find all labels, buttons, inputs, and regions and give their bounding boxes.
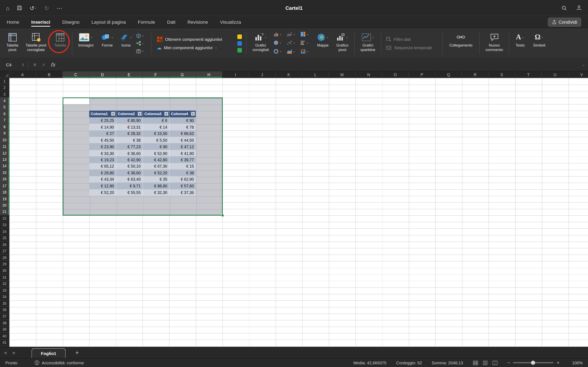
table-cell[interactable]: € 50,10 xyxy=(116,163,143,170)
table-cell[interactable]: € 23,90 xyxy=(89,143,116,150)
column-header-P[interactable]: P xyxy=(409,71,435,78)
column-header-N[interactable]: N xyxy=(355,71,382,78)
row-header-32[interactable]: 32 xyxy=(0,281,9,287)
row-header-5[interactable]: 5 xyxy=(0,104,9,111)
table-cell[interactable]: € 77,23 xyxy=(116,143,143,150)
table-cell[interactable]: € 38 xyxy=(169,170,196,176)
screenshot-button[interactable]: ⌄ xyxy=(136,47,148,55)
row-header-30[interactable]: 30 xyxy=(0,267,9,274)
accessibility-status[interactable]: Accessibilità: conforme xyxy=(35,360,84,365)
add-sheet-button[interactable]: + xyxy=(75,349,79,356)
table-cell[interactable]: € 45,50 xyxy=(89,137,116,143)
save-icon[interactable] xyxy=(17,5,22,11)
table-cell[interactable]: € 62,90 xyxy=(169,176,196,183)
page-layout-view-icon[interactable] xyxy=(483,360,488,365)
row-header-34[interactable]: 34 xyxy=(0,294,9,300)
normal-view-icon[interactable] xyxy=(473,360,478,365)
formula-bar-expand-icon[interactable]: ⌄ xyxy=(582,63,585,67)
table-cell[interactable]: € 27 xyxy=(89,130,116,137)
row-header-36[interactable]: 36 xyxy=(0,307,9,313)
table-cell[interactable]: € 42,90 xyxy=(116,156,143,163)
fill-handle[interactable] xyxy=(221,214,224,217)
filter-dropdown-button[interactable]: ▼ xyxy=(164,112,168,116)
table-cell[interactable]: € 78 xyxy=(169,124,196,130)
addin-shortcut-1-icon[interactable] xyxy=(237,34,242,39)
insert-function-button[interactable]: fx xyxy=(48,62,57,67)
more-commands-icon[interactable]: ⋯ xyxy=(57,5,62,11)
row-header-40[interactable]: 40 xyxy=(0,333,9,339)
link-button[interactable]: Collegamento xyxy=(445,30,477,57)
recommended-charts-button[interactable]: ?⌄ Grafici consigliati xyxy=(249,30,273,57)
table-cell[interactable]: € 52,90 xyxy=(143,150,169,156)
table-cell[interactable]: € 32,30 xyxy=(143,189,169,196)
row-header-23[interactable]: 23 xyxy=(0,222,9,228)
sheet-nav-left-icon[interactable]: ◀ xyxy=(4,350,13,355)
shapes-button[interactable]: ⌄ Forme xyxy=(98,30,117,57)
column-header-Q[interactable]: Q xyxy=(435,71,462,78)
cancel-button[interactable]: ✕ xyxy=(30,62,39,67)
row-header-21[interactable]: 21 xyxy=(0,209,9,215)
filter-dropdown-button[interactable]: ▼ xyxy=(191,112,195,116)
column-header-L[interactable]: L xyxy=(302,71,329,78)
row-header-25[interactable]: 25 xyxy=(0,235,9,242)
row-header-7[interactable]: 7 xyxy=(0,117,9,124)
column-header-I[interactable]: I xyxy=(222,71,249,78)
ribbon-tab-inserisci[interactable]: Inserisci xyxy=(31,16,50,28)
smartart-button[interactable]: ⌄ xyxy=(136,40,148,47)
account-icon[interactable] xyxy=(576,5,582,11)
zoom-out-button[interactable]: − xyxy=(507,360,510,366)
row-header-13[interactable]: 13 xyxy=(0,156,9,163)
table-cell[interactable]: € 36,60 xyxy=(116,150,143,156)
table-cell[interactable]: € 63,40 xyxy=(116,176,143,183)
zoom-slider-thumb[interactable] xyxy=(531,361,535,365)
table-cell[interactable]: € 52,20 xyxy=(143,170,169,176)
column-header-A[interactable]: A xyxy=(9,71,36,78)
row-header-9[interactable]: 9 xyxy=(0,130,9,137)
column-header-C[interactable]: C xyxy=(63,71,89,78)
table-cell[interactable]: € 67,30 xyxy=(143,163,169,170)
table-cell[interactable]: € 90 xyxy=(143,143,169,150)
new-comment-button[interactable]: Nuovo commento xyxy=(482,30,506,57)
table-cell[interactable]: € 14 xyxy=(143,124,169,130)
table-cell[interactable]: € 28,32 xyxy=(116,130,143,137)
formula-input[interactable] xyxy=(57,58,581,71)
table-header-cell[interactable]: Colonna2▼ xyxy=(116,111,143,117)
column-header-K[interactable]: K xyxy=(276,71,302,78)
filter-dropdown-button[interactable]: ▼ xyxy=(111,112,115,116)
home-icon[interactable]: ⌂ xyxy=(6,5,9,11)
table-cell[interactable]: € 43,34 xyxy=(89,176,116,183)
table-cell[interactable]: € 19,23 xyxy=(89,156,116,163)
ribbon-tab-visualizza[interactable]: Visualizza xyxy=(220,16,241,28)
chart-type-pie-button[interactable]: ⌄ xyxy=(273,39,286,47)
row-header-4[interactable]: 4 xyxy=(0,98,9,104)
ribbon-tab-home[interactable]: Home xyxy=(7,16,19,28)
row-header-28[interactable]: 28 xyxy=(0,255,9,261)
my-addins-button[interactable]: ☁ Miei componenti aggiuntivi ⌄ xyxy=(157,45,233,50)
chart-type-column-button[interactable]: ⌄ xyxy=(273,30,286,38)
table-cell[interactable]: € 35 xyxy=(143,176,169,183)
chart-type-donut-button[interactable]: ⌄ xyxy=(273,48,286,55)
name-box[interactable]: C4 ▲▼ xyxy=(2,62,25,67)
table-cell[interactable]: € 88,80 xyxy=(143,183,169,189)
row-header-2[interactable]: 2 xyxy=(0,84,9,91)
row-header-22[interactable]: 22 xyxy=(0,215,9,222)
chart-type-line-button[interactable]: ⌄ xyxy=(287,30,300,38)
table-button[interactable]: Tabella xyxy=(50,30,70,57)
undo-button[interactable]: ↺⌄ xyxy=(30,5,37,11)
table-cell[interactable]: € 38 xyxy=(116,137,143,143)
row-header-35[interactable]: 35 xyxy=(0,300,9,307)
table-cell[interactable]: € 66,62 xyxy=(169,130,196,137)
chart-type-area-button[interactable]: ⌄ xyxy=(287,48,300,55)
zoom-slider[interactable] xyxy=(513,362,554,363)
select-all-corner[interactable] xyxy=(0,71,9,78)
maps-button[interactable]: ⌄ Mappe xyxy=(314,30,332,57)
row-header-19[interactable]: 19 xyxy=(0,196,9,202)
pivot-table-button[interactable]: Tabella pivot xyxy=(3,30,22,57)
ribbon-tab-dati[interactable]: Dati xyxy=(167,16,175,28)
row-header-18[interactable]: 18 xyxy=(0,189,9,196)
table-cell[interactable]: € 12,90 xyxy=(89,183,116,189)
row-header-31[interactable]: 31 xyxy=(0,274,9,281)
sparklines-button[interactable]: ⌄ Grafici sparkline xyxy=(357,30,379,57)
ribbon-tab-revisione[interactable]: Revisione xyxy=(187,16,208,28)
chart-type-scatter-button[interactable]: ⌄ xyxy=(287,39,300,47)
